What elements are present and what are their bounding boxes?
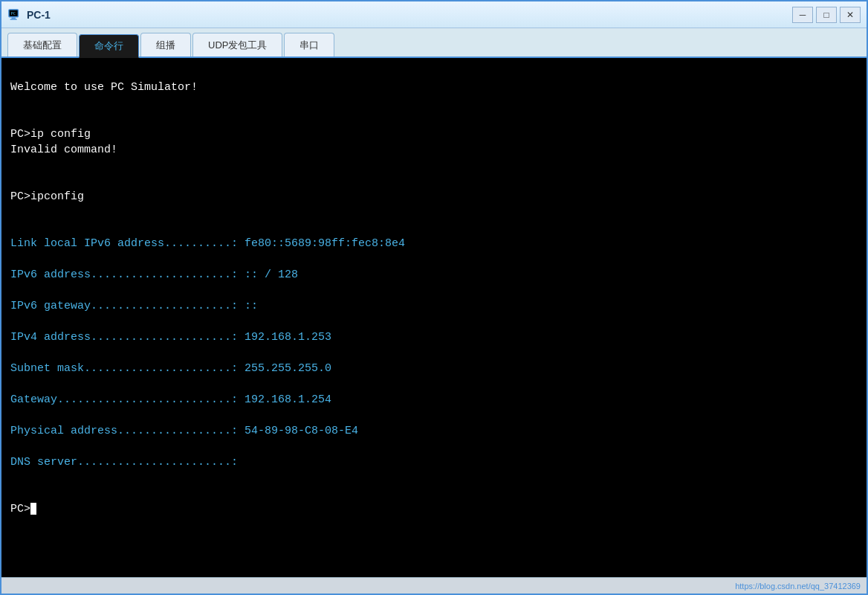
status-bar: https://blog.csdn.net/qq_37412369 <box>1 577 867 594</box>
line-ipv6-gw-text: IPv6 gateway.....................: :: <box>10 300 258 312</box>
line-cmd1: PC>ip config <box>10 128 91 141</box>
line-welcome: Welcome to use PC Simulator! <box>10 81 198 94</box>
close-button[interactable]: ✕ <box>840 7 861 23</box>
svg-rect-1 <box>12 17 16 19</box>
title-left: PC PC-1 <box>7 7 51 22</box>
pc-icon: PC <box>7 7 22 22</box>
cursor-blink <box>30 503 36 515</box>
line-cmd2: PC>ipconfig <box>10 190 84 203</box>
line-subnet-text: Subnet mask......................: 255.2… <box>10 362 331 375</box>
line-physical-text: Physical address.................: 54-89… <box>10 425 358 437</box>
minimize-button[interactable]: ─ <box>792 7 813 23</box>
tab-group[interactable]: 组播 <box>140 33 191 57</box>
status-url: https://blog.csdn.net/qq_37412369 <box>735 582 861 591</box>
window-controls: ─ □ ✕ <box>792 7 861 23</box>
svg-rect-2 <box>10 19 17 19</box>
line-dns-text: DNS server.......................: <box>10 456 238 469</box>
tab-bar: 基础配置 命令行 组播 UDP发包工具 串口 <box>1 28 867 58</box>
line-invalid: Invalid command! <box>10 144 117 156</box>
main-window: PC PC-1 ─ □ ✕ 基础配置 命令行 组播 UDP发包工具 串口 Wel <box>0 0 868 595</box>
svg-text:PC: PC <box>11 11 16 16</box>
window-title: PC-1 <box>27 9 51 21</box>
line-ipv4-addr-text: IPv4 address.....................: 192.1… <box>10 331 331 344</box>
tab-serial[interactable]: 串口 <box>284 33 334 57</box>
line-ipv6-link: Link local IPv6 address..........: fe80:… <box>10 237 405 250</box>
tab-cmd[interactable]: 命令行 <box>79 34 139 58</box>
tab-basic[interactable]: 基础配置 <box>7 33 77 57</box>
title-bar: PC PC-1 ─ □ ✕ <box>1 1 867 28</box>
line-ipv6-addr-text: IPv6 address.....................: :: / … <box>10 268 298 281</box>
line-prompt: PC> <box>10 503 30 515</box>
tab-udp[interactable]: UDP发包工具 <box>192 33 282 57</box>
maximize-button[interactable]: □ <box>816 7 837 23</box>
line-gateway-text: Gateway..........................: 192.1… <box>10 393 331 406</box>
terminal-content: Welcome to use PC Simulator! PC>ip confi… <box>10 64 858 533</box>
terminal-area[interactable]: Welcome to use PC Simulator! PC>ip confi… <box>1 58 867 577</box>
